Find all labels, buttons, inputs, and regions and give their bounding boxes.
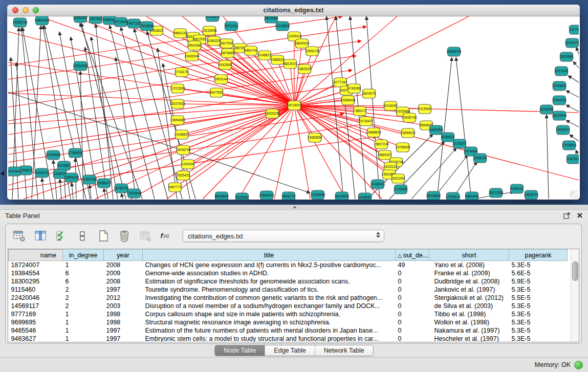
table-mode-icon[interactable]: [13, 229, 26, 243]
graph-edge[interactable]: [566, 91, 579, 97]
select-columns-icon[interactable]: [55, 229, 68, 243]
table-scrollbar[interactable]: [571, 249, 579, 342]
graph-node[interactable]: 1527602: [89, 16, 102, 24]
graph-node[interactable]: 12213399: [170, 84, 185, 93]
column-header-name[interactable]: name: [9, 250, 63, 261]
graph-node[interactable]: 9861990: [465, 192, 478, 200]
graph-node[interactable]: 19384554: [308, 133, 322, 142]
graph-node[interactable]: 20053346: [73, 61, 88, 71]
tab-network-table[interactable]: Network Table: [315, 345, 373, 356]
table-row[interactable]: 911546021997Tourette syndrome. Phenomeno…: [9, 286, 568, 294]
graph-node[interactable]: 9245012: [510, 184, 524, 193]
graph-node[interactable]: 9975887: [57, 161, 71, 170]
graph-edge[interactable]: [110, 25, 155, 199]
graph-edge[interactable]: [568, 76, 579, 82]
network-canvas[interactable]: 1872400718300295193845549463822986012899…: [8, 16, 579, 200]
graph-edge[interactable]: [53, 160, 57, 199]
graph-node[interactable]: 10435067: [358, 193, 373, 200]
graph-node[interactable]: 9806774: [282, 192, 295, 200]
graph-node[interactable]: 12923448: [127, 189, 142, 198]
column-header-title[interactable]: title: [143, 250, 396, 261]
graph-node[interactable]: 9860128: [173, 29, 187, 38]
graph-node[interactable]: 16210643: [552, 111, 567, 120]
graph-node[interactable]: 9827508: [220, 39, 233, 48]
graph-node[interactable]: 9115460: [419, 104, 431, 114]
graph-node[interactable]: 19166827: [175, 130, 189, 139]
graph-node[interactable]: 3624574: [362, 89, 376, 98]
graph-node[interactable]: 15807249: [374, 140, 389, 149]
graph-node[interactable]: 20504123: [259, 191, 274, 200]
graph-node[interactable]: 17016504: [562, 141, 577, 150]
graph-node[interactable]: 1240399: [181, 160, 194, 169]
graph-node[interactable]: 15720407: [359, 117, 374, 126]
graph-node[interactable]: 18724007: [287, 101, 302, 110]
graph-node[interactable]: 17957253: [82, 175, 97, 184]
graph-node[interactable]: 19932971: [556, 125, 571, 135]
graph-node[interactable]: 6179197: [453, 139, 466, 148]
graph-edge[interactable]: [566, 105, 579, 112]
graph-edge[interactable]: [570, 135, 579, 141]
graph-node[interactable]: 16648784: [447, 47, 462, 56]
graph-edge[interactable]: [24, 105, 294, 199]
graph-node[interactable]: 1733426: [394, 185, 407, 194]
tab-edge-table[interactable]: Edge Table: [265, 345, 314, 356]
graph-node[interactable]: 8813054: [265, 16, 278, 23]
graph-node[interactable]: 9015061: [235, 193, 249, 200]
graph-node[interactable]: 9457771: [168, 183, 182, 192]
graph-node[interactable]: 8215358: [540, 105, 553, 114]
graph-node[interactable]: 16053809: [205, 16, 220, 21]
graph-node[interactable]: 8606894: [215, 192, 228, 200]
graph-edge[interactable]: [294, 105, 579, 180]
graph-node[interactable]: 16272358: [489, 188, 504, 198]
graph-node[interactable]: 12790614: [446, 192, 461, 200]
graph-node[interactable]: 1167533: [567, 155, 579, 164]
splitter-collapse-arrow-icon[interactable]: [1, 171, 4, 176]
graph-edge[interactable]: [294, 43, 302, 105]
graph-node[interactable]: 19654923: [401, 128, 416, 138]
tab-node-table[interactable]: Node Table: [215, 345, 265, 356]
graph-edge[interactable]: [456, 57, 471, 199]
panel-splitter[interactable]: [0, 205, 588, 210]
graph-node[interactable]: 12093832: [552, 81, 567, 91]
graph-edge[interactable]: [203, 105, 294, 199]
graph-node[interactable]: 1117304: [570, 25, 579, 34]
graph-node[interactable]: 19528721: [524, 190, 539, 200]
table-selector-dropdown[interactable]: citations_edges.txt: [183, 230, 384, 242]
graph-node[interactable]: 10719155: [114, 17, 128, 27]
graph-node[interactable]: 7386372: [353, 106, 366, 116]
minimize-window-button[interactable]: [23, 7, 29, 13]
network-window-titlebar[interactable]: citations_edges.txt: [7, 5, 580, 16]
graph-edge[interactable]: [104, 188, 105, 199]
close-panel-icon[interactable]: [577, 212, 583, 218]
graph-node[interactable]: 1862615: [298, 64, 311, 74]
graph-node[interactable]: 10958107: [97, 179, 112, 188]
graph-edge[interactable]: [547, 115, 549, 199]
graph-edge[interactable]: [72, 183, 73, 199]
graph-node[interactable]: 2803144: [214, 75, 228, 84]
column-header-year[interactable]: year: [104, 250, 143, 261]
table-scrollbar-thumb[interactable]: [572, 261, 578, 281]
graph-node[interactable]: 19495794: [402, 113, 417, 122]
graph-node[interactable]: 9227343: [555, 67, 568, 76]
graph-node[interactable]: 23364436: [341, 96, 356, 105]
graph-node[interactable]: 16543382: [187, 41, 202, 50]
graph-node[interactable]: 13942757: [35, 168, 50, 178]
graph-edge[interactable]: [39, 16, 294, 105]
column-header-in_degree[interactable]: in_degree: [63, 250, 104, 261]
graph-node[interactable]: 15018652: [426, 191, 441, 200]
graph-node[interactable]: 1640954: [429, 125, 443, 135]
graph-node[interactable]: 10653287: [73, 16, 88, 23]
graph-node[interactable]: 8186328: [207, 36, 221, 46]
graph-node[interactable]: 23420046: [185, 52, 200, 61]
graph-node[interactable]: 18107553: [170, 99, 185, 108]
splitter-handle-icon[interactable]: [293, 206, 297, 208]
graph-node[interactable]: 20891406: [35, 16, 50, 25]
graph-node[interactable]: 20206526: [46, 150, 61, 160]
graph-edge[interactable]: [576, 47, 579, 54]
memory-status-icon[interactable]: [574, 361, 583, 369]
graph-node[interactable]: 9329966: [560, 52, 573, 61]
graph-node[interactable]: 16476542: [335, 192, 350, 200]
graph-edge[interactable]: [116, 57, 136, 199]
graph-node[interactable]: 2718176: [175, 68, 188, 77]
window-resize-grip[interactable]: [570, 190, 578, 199]
